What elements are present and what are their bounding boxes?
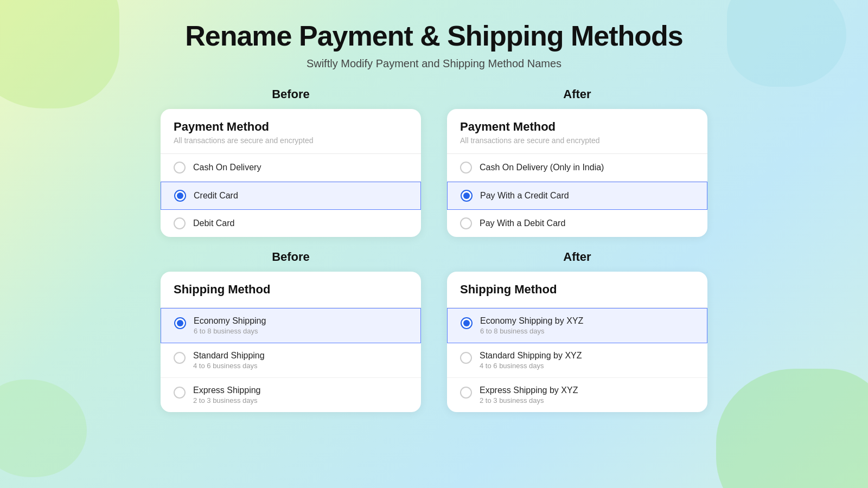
shipping-before-header: Shipping Method [161,272,421,308]
page-title: Rename Payment & Shipping Methods [185,20,683,52]
payment-before-option-debit[interactable]: Debit Card [161,210,421,237]
payment-before-title: Payment Method [174,120,408,134]
radio-express-after [460,387,472,399]
shipping-after-option-express[interactable]: Express Shipping by XYZ 2 to 3 business … [447,378,707,412]
shipping-before-option-economy[interactable]: Economy Shipping 6 to 8 business days [161,308,421,343]
economy-after-text: Economy Shipping by XYZ 6 to 8 business … [480,316,583,335]
payment-after-card: Payment Method All transactions are secu… [447,109,707,237]
after-label-payment: After [563,87,591,101]
payment-before-subtitle: All transactions are secure and encrypte… [174,136,408,145]
economy-after-label: Economy Shipping by XYZ [480,316,583,326]
economy-after-sublabel: 6 to 8 business days [480,327,583,335]
payment-after-credit-label: Pay With a Credit Card [480,191,569,201]
payment-before-debit-label: Debit Card [193,219,234,228]
before-label-shipping: Before [272,250,310,264]
payment-after-subtitle: All transactions are secure and encrypte… [460,136,694,145]
economy-before-sublabel: 6 to 8 business days [194,327,266,335]
radio-economy-before [174,317,186,329]
radio-credit-after [461,190,473,202]
standard-before-sublabel: 4 to 6 business days [193,362,265,370]
payment-before-card: Payment Method All transactions are secu… [161,109,421,237]
standard-after-text: Standard Shipping by XYZ 4 to 6 business… [480,351,582,370]
express-before-sublabel: 2 to 3 business days [193,396,261,404]
radio-standard-after [460,352,472,364]
radio-cod-before [174,162,186,174]
page-wrapper: Rename Payment & Shipping Methods Swiftl… [0,0,868,425]
standard-after-label: Standard Shipping by XYZ [480,351,582,361]
economy-before-label: Economy Shipping [194,316,266,326]
express-after-text: Express Shipping by XYZ 2 to 3 business … [480,386,578,404]
radio-economy-after [461,317,473,329]
shipping-before-option-express[interactable]: Express Shipping 2 to 3 business days [161,378,421,412]
shipping-before-card: Shipping Method Economy Shipping 6 to 8 … [161,272,421,412]
page-subtitle: Swiftly Modify Payment and Shipping Meth… [307,57,561,70]
express-after-sublabel: 2 to 3 business days [480,396,578,404]
payment-after-option-debit[interactable]: Pay With a Debit Card [447,210,707,237]
payment-before-col: Before Payment Method All transactions a… [161,87,421,237]
shipping-after-option-economy[interactable]: Economy Shipping by XYZ 6 to 8 business … [447,308,707,343]
payment-before-option-cod[interactable]: Cash On Delivery [161,154,421,182]
payment-after-debit-label: Pay With a Debit Card [480,219,565,228]
before-label-payment: Before [272,87,310,101]
economy-before-text: Economy Shipping 6 to 8 business days [194,316,266,335]
shipping-before-title: Shipping Method [174,282,408,297]
shipping-before-option-standard[interactable]: Standard Shipping 4 to 6 business days [161,343,421,378]
shipping-before-col: Before Shipping Method Economy Shipping … [161,250,421,412]
radio-standard-before [174,352,186,364]
shipping-after-header: Shipping Method [447,272,707,308]
payment-before-option-credit[interactable]: Credit Card [161,182,421,210]
shipping-after-card: Shipping Method Economy Shipping by XYZ … [447,272,707,412]
payment-before-header: Payment Method All transactions are secu… [161,109,421,154]
standard-before-label: Standard Shipping [193,351,265,361]
express-before-text: Express Shipping 2 to 3 business days [193,386,261,404]
payment-after-title: Payment Method [460,120,694,134]
shipping-after-title: Shipping Method [460,282,694,297]
radio-cod-after [460,162,472,174]
radio-debit-after [460,217,472,229]
payment-after-header: Payment Method All transactions are secu… [447,109,707,154]
radio-debit-before [174,217,186,229]
shipping-after-option-standard[interactable]: Standard Shipping by XYZ 4 to 6 business… [447,343,707,378]
standard-before-text: Standard Shipping 4 to 6 business days [193,351,265,370]
payment-row: Before Payment Method All transactions a… [0,87,868,237]
payment-after-cod-label: Cash On Delivery (Only in India) [480,163,604,172]
shipping-row: Before Shipping Method Economy Shipping … [0,250,868,412]
payment-before-cod-label: Cash On Delivery [193,163,261,172]
standard-after-sublabel: 4 to 6 business days [480,362,582,370]
express-before-label: Express Shipping [193,386,261,395]
payment-after-col: After Payment Method All transactions ar… [447,87,707,237]
payment-before-credit-label: Credit Card [194,191,238,201]
radio-credit-before [174,190,186,202]
express-after-label: Express Shipping by XYZ [480,386,578,395]
payment-after-option-cod[interactable]: Cash On Delivery (Only in India) [447,154,707,182]
payment-after-option-credit[interactable]: Pay With a Credit Card [447,182,707,210]
after-label-shipping: After [563,250,591,264]
shipping-after-col: After Shipping Method Economy Shipping b… [447,250,707,412]
radio-express-before [174,387,186,399]
